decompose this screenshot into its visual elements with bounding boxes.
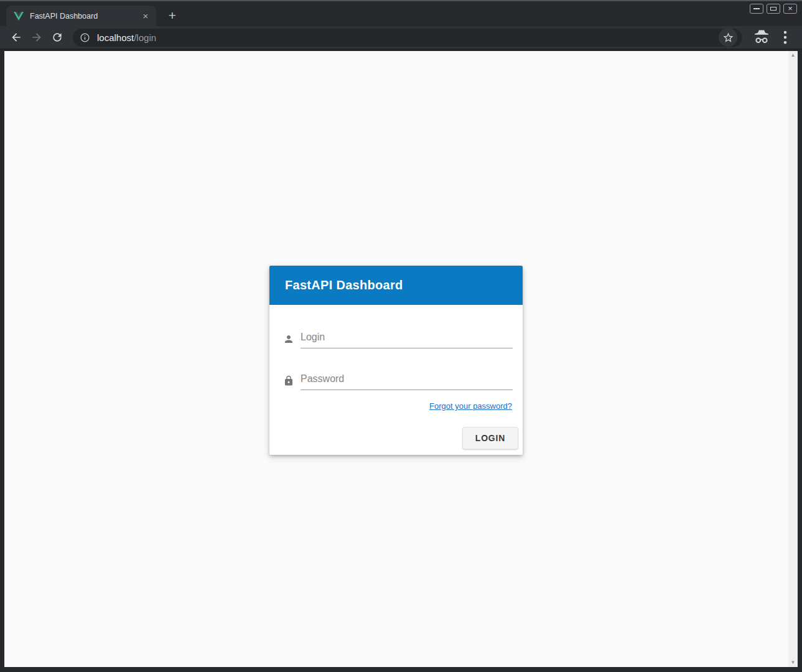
maximize-button[interactable] [767,4,780,14]
scroll-up-icon[interactable]: ▲ [788,51,798,60]
tab-title: FastAPI Dashboard [30,12,140,21]
site-info-icon[interactable] [80,32,90,43]
back-button[interactable] [7,29,25,46]
reload-icon [51,31,63,44]
kebab-menu-icon [776,28,795,47]
forward-button[interactable] [28,29,45,46]
forward-arrow-icon [30,31,43,44]
bookmark-button[interactable] [719,28,737,47]
login-card-header: FastAPI Dashboard [269,266,523,305]
browser-menu-button[interactable] [776,28,795,47]
url-path: /login [134,32,156,43]
url-text: localhost/login [97,32,156,43]
window-controls: × [750,4,797,14]
maximize-icon [770,7,776,11]
login-button[interactable]: LOGIN [462,427,518,449]
minimize-button[interactable] [750,4,763,14]
login-card-title: FastAPI Dashboard [285,278,403,292]
login-card-body: Forgot your password? LOGIN [269,305,523,455]
incognito-indicator [752,28,771,47]
new-tab-button[interactable]: + [164,7,181,24]
password-input[interactable] [301,371,513,390]
url-host: localhost [97,32,134,43]
incognito-icon [752,28,771,47]
tab-close-icon[interactable]: × [140,11,151,22]
password-field-row [283,371,513,390]
browser-toolbar: localhost/login [0,26,802,50]
close-icon: × [784,4,796,12]
scroll-down-icon[interactable]: ▼ [788,658,798,667]
login-card: FastAPI Dashboard Forgot your password? [269,266,523,455]
back-arrow-icon [10,31,22,44]
tab-strip: FastAPI Dashboard × + × [0,1,802,26]
star-icon [722,32,734,44]
tab-fastapi-dashboard[interactable]: FastAPI Dashboard × [6,6,156,26]
page-scrollbar[interactable]: ▲ ▼ [788,51,798,667]
reload-button[interactable] [49,29,66,46]
lock-icon [283,375,294,386]
close-button[interactable]: × [783,4,797,14]
minimize-icon [753,8,760,9]
address-bar[interactable]: localhost/login [73,29,742,47]
forgot-password-link[interactable]: Forgot your password? [429,401,512,411]
browser-window: FastAPI Dashboard × + × localhost/login [0,0,802,672]
vue-logo-icon [14,11,24,21]
person-icon [283,334,294,345]
login-field-row [283,329,513,348]
login-input[interactable] [301,329,513,348]
page-content: FastAPI Dashboard Forgot your password? [4,51,798,667]
